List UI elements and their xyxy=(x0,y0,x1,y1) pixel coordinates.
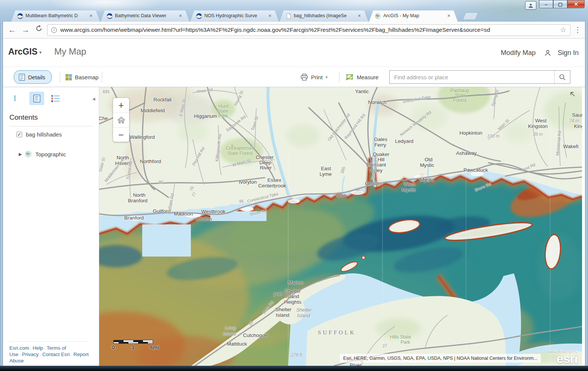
print-button[interactable]: Print ▾ xyxy=(301,70,327,84)
footer-link-contact-esri[interactable]: Contact Esri xyxy=(42,352,70,357)
map-attribution: Esri, HERE, Garmin, USGS, NGA, EPA, USDA… xyxy=(340,354,541,363)
layer-checkbox[interactable]: ✓ xyxy=(16,132,22,137)
tab-close-icon[interactable]: × xyxy=(446,13,452,19)
tab-title: Multibeam Bathymetric D xyxy=(25,13,87,18)
print-label: Print xyxy=(311,74,323,80)
toolbar-divider xyxy=(60,71,60,83)
document-favicon-icon xyxy=(286,13,292,19)
tab-title: Bathymetric Data Viewer xyxy=(115,13,177,18)
footer-link-separator: . xyxy=(44,345,46,351)
browser-tab-5[interactable]: ArcGIS - My Map× xyxy=(369,10,458,22)
search-input[interactable] xyxy=(390,71,554,83)
zoom-out-button[interactable]: − xyxy=(113,127,129,142)
profile-button[interactable] xyxy=(525,1,536,10)
layer-label[interactable]: bag hillshades xyxy=(26,131,62,138)
tab-close-icon[interactable]: × xyxy=(177,13,183,19)
toolbar-divider xyxy=(339,71,339,83)
details-button[interactable]: Details xyxy=(14,70,52,84)
print-chevron-icon: ▾ xyxy=(326,75,328,80)
close-icon: ✕ xyxy=(574,1,578,7)
search-icon xyxy=(559,74,566,81)
noaa-favicon-icon xyxy=(17,13,23,19)
footer-link-separator: . xyxy=(40,352,41,357)
footer-links: Esri.com.Help.Terms of Use.Privacy.Conta… xyxy=(9,341,89,364)
measure-label: Measure xyxy=(357,74,378,80)
tab-close-icon[interactable]: × xyxy=(356,13,362,19)
search-box xyxy=(389,70,570,84)
tab-close-icon[interactable]: × xyxy=(267,13,273,19)
user-icon xyxy=(528,3,533,8)
footer-link-separator: . xyxy=(30,345,32,351)
details-label: Details xyxy=(28,74,45,80)
tab-title: NOS Hydrographic Surve xyxy=(204,13,266,18)
footer-link-esri-com[interactable]: Esri.com xyxy=(9,345,29,351)
sign-in-link[interactable]: Sign In xyxy=(558,49,579,57)
details-icon xyxy=(19,74,25,81)
maximize-icon: ▢ xyxy=(558,2,563,7)
collapse-panel-arrow[interactable]: ◄ xyxy=(91,96,96,102)
arcgis-brand[interactable]: ArcGIS xyxy=(8,47,37,57)
reload-button[interactable] xyxy=(35,24,43,35)
brand-chevron-icon[interactable]: ▾ xyxy=(39,50,42,55)
zoom-control: + − xyxy=(113,98,129,142)
map-canvas[interactable]: RockfallMiddlefieldCheHigganumWallingfor… xyxy=(99,87,582,366)
globe-icon xyxy=(25,151,32,157)
toggle-fullscreen-arrow-icon[interactable] xyxy=(569,90,576,99)
measure-icon xyxy=(345,73,354,81)
tab-title: ArcGIS - My Map xyxy=(383,13,445,18)
footer-link-separator: . xyxy=(71,352,72,357)
maximize-button[interactable]: ▢ xyxy=(553,0,567,8)
window-border-left xyxy=(0,22,3,366)
noaa-favicon-icon xyxy=(196,13,202,19)
toolbar-divider xyxy=(102,71,102,83)
globe-favicon-icon xyxy=(375,13,381,19)
back-button[interactable]: ← xyxy=(8,24,16,36)
forward-button[interactable]: → xyxy=(22,24,30,36)
legend-tab[interactable] xyxy=(51,94,60,104)
layer-item-topographic[interactable]: ▶ Topographic xyxy=(19,151,66,157)
bookmark-star-icon[interactable]: ☆ xyxy=(560,26,566,34)
print-icon xyxy=(301,74,308,81)
browser-tab-4[interactable]: bag_hillshades (ImageSe× xyxy=(280,10,368,22)
browser-toolbar: ← → i www.arcgis.com/home/webmap/viewer.… xyxy=(3,22,585,39)
tab-title: bag_hillshades (ImageSe xyxy=(294,13,356,18)
app-header: ArcGIS ▾ My Map Modify Map Sign In xyxy=(3,39,585,67)
search-submit-button[interactable] xyxy=(554,71,570,83)
page-info-icon[interactable]: i xyxy=(51,27,57,33)
person-icon xyxy=(544,49,551,56)
basemap-bathymetry-graphic xyxy=(99,87,582,366)
browser-menu-icon[interactable]: ⋮ xyxy=(574,25,581,35)
close-button[interactable]: ✕ xyxy=(567,0,585,8)
url-text[interactable]: www.arcgis.com/home/webmap/viewer.html?u… xyxy=(60,27,555,33)
address-bar[interactable]: i www.arcgis.com/home/webmap/viewer.html… xyxy=(47,24,570,36)
window-border-bottom xyxy=(0,366,588,371)
browser-tab-3[interactable]: NOS Hydrographic Surve× xyxy=(190,10,279,22)
footer-link-separator: . xyxy=(19,352,21,357)
window-border-right xyxy=(585,22,588,366)
layer-label[interactable]: Topographic xyxy=(35,151,66,157)
minimize-button[interactable]: – xyxy=(539,0,553,8)
browser-tab-1[interactable]: Multibeam Bathymetric D× xyxy=(11,10,100,22)
home-button[interactable] xyxy=(113,113,129,127)
home-icon xyxy=(117,116,125,124)
measure-button[interactable]: Measure xyxy=(345,70,378,84)
info-icon: i xyxy=(14,95,16,101)
minimize-icon: – xyxy=(545,2,547,7)
layer-item-bag-hillshades[interactable]: ✓ bag hillshades xyxy=(16,131,62,138)
modify-map-link[interactable]: Modify Map xyxy=(501,49,536,57)
tab-close-icon[interactable]: × xyxy=(88,13,94,19)
browser-tab-2[interactable]: Bathymetric Data Viewer× xyxy=(101,10,189,22)
legend-icon xyxy=(51,94,60,103)
zoom-in-button[interactable]: + xyxy=(113,98,129,113)
content-tab[interactable] xyxy=(29,92,44,105)
noaa-favicon-icon xyxy=(107,13,113,19)
contents-title: Contents xyxy=(9,113,38,122)
basemap-button[interactable]: Basemap xyxy=(65,70,98,84)
footer-link-privacy[interactable]: Privacy xyxy=(22,352,39,357)
contents-panel: i ◄ Contents ✓ bag hillshades xyxy=(3,87,99,366)
divider xyxy=(9,126,93,126)
signin-person-icon[interactable] xyxy=(544,49,551,58)
footer-link-help[interactable]: Help xyxy=(33,345,43,351)
about-tab[interactable]: i xyxy=(14,94,16,102)
expand-arrow-icon[interactable]: ▶ xyxy=(19,152,22,157)
